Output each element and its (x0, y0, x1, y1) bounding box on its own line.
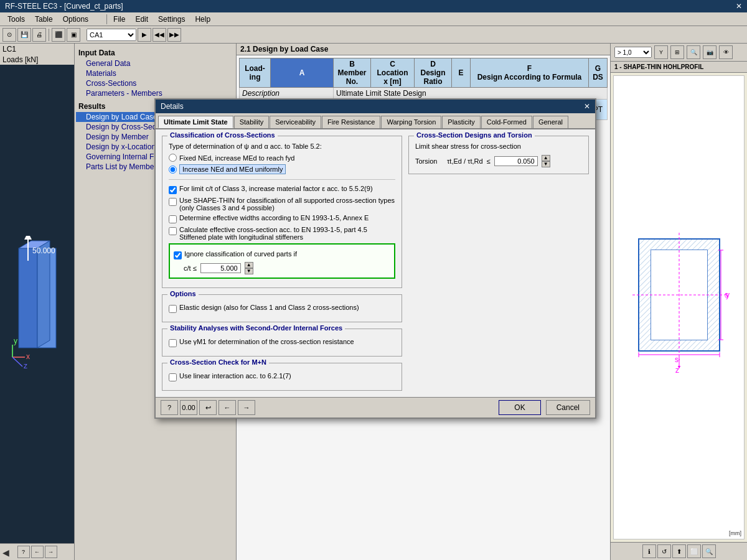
viz-btn-3[interactable]: 🔍 (687, 45, 700, 59)
ct-input[interactable] (200, 263, 241, 273)
ok-button[interactable]: OK (499, 400, 540, 415)
check-shape-thin-input[interactable] (169, 198, 177, 206)
check-limit-ct[interactable]: For limit c/t of Class 3, increase mater… (169, 185, 395, 194)
menu-table[interactable]: Table (30, 14, 58, 25)
toolbar-btn-5[interactable]: ▣ (67, 28, 80, 42)
dialog-fwd-btn[interactable]: → (238, 400, 255, 415)
tab-general[interactable]: General (533, 116, 568, 128)
nav-materials[interactable]: Materials (76, 68, 235, 78)
dialog-zero-btn[interactable]: 0.00 (180, 400, 197, 415)
dialog-close-icon[interactable]: ✕ (584, 102, 590, 111)
dialog-titlebar: Details ✕ (156, 100, 595, 113)
menu-edit[interactable]: Edit (130, 14, 153, 25)
ct-label: c/t ≤ (184, 264, 197, 272)
check-elastic[interactable]: Elastic design (also for Class 1 and Cla… (169, 304, 395, 313)
viz-btn-5[interactable]: 👁 (719, 45, 733, 59)
col-g-header: GDS (589, 58, 608, 88)
check-eff-widths-input[interactable] (169, 215, 177, 223)
viz-export2-btn[interactable]: ⬜ (687, 544, 701, 558)
toolbar-btn-2[interactable]: 💾 (17, 28, 31, 42)
check-ignore-curved-label: Ignore classification of curved parts if (184, 250, 297, 258)
nav-collapse-btn[interactable]: ◀ (2, 548, 9, 558)
tab-stability[interactable]: Stability (234, 116, 270, 128)
dialog-action-buttons: OK Cancel (499, 400, 590, 415)
radio-increase-ned[interactable]: Increase NEd and MEd uniformly (169, 164, 395, 174)
check-limit-ct-input[interactable] (169, 186, 177, 194)
torsion-up-arrow[interactable]: ▲ (542, 155, 550, 161)
viz-btn-4[interactable]: 📷 (703, 45, 716, 59)
menu-help[interactable]: Help (190, 14, 215, 25)
viz-panel: > 1,0 Y ⊞ 🔍 📷 👁 1 - SHAPE-THIN HOHLPROFI… (610, 44, 747, 560)
check-linear-label: Use linear interaction acc. to 6.2.1(7) (179, 372, 291, 380)
toolbar-btn-6[interactable]: ▶ (138, 28, 151, 42)
sidebar-btn-1[interactable]: ? (17, 546, 30, 558)
dialog-back-btn[interactable]: ← (218, 400, 236, 415)
svg-text:x: x (26, 352, 30, 361)
dialog-undo-btn[interactable]: ↩ (199, 400, 217, 415)
title-close-icon[interactable]: ✕ (736, 2, 742, 11)
check-calc-eff-input[interactable] (169, 227, 177, 235)
ca-dropdown[interactable]: CA1 (87, 29, 136, 41)
check-ignore-curved[interactable]: Ignore classification of curved parts if (174, 250, 390, 259)
options-title: Options (167, 290, 199, 297)
viz-btn-1[interactable]: Y (654, 45, 668, 59)
viz-export-btn[interactable]: ⬆ (672, 544, 686, 558)
menu-bar: Tools Table Options File Edit Settings H… (0, 12, 747, 26)
viz-info-btn[interactable]: ℹ (642, 544, 656, 558)
menu-tools[interactable]: Tools (2, 14, 30, 25)
tab-plasticity[interactable]: Plasticity (442, 116, 480, 128)
torsion-label: Torsion (415, 157, 443, 165)
torsion-input[interactable] (494, 156, 538, 166)
nav-parameters-members[interactable]: Parameters - Members (76, 88, 235, 98)
viz-dropdown[interactable]: > 1,0 (614, 47, 652, 58)
check-ignore-curved-input[interactable] (174, 251, 182, 259)
toolbar-btn-3[interactable]: 🖨 (32, 28, 46, 42)
check-linear[interactable]: Use linear interaction acc. to 6.2.1(7) (169, 372, 395, 381)
check-stability-label: Use γM1 for determination of the cross-s… (179, 338, 354, 345)
toolbar-btn-1[interactable]: ⊙ (2, 28, 16, 42)
tab-warping-torsion[interactable]: Warping Torsion (381, 116, 441, 128)
tab-fire-resistance[interactable]: Fire Resistance (322, 116, 380, 128)
cancel-button[interactable]: Cancel (546, 400, 590, 415)
check-stability[interactable]: Use γM1 for determination of the cross-s… (169, 338, 395, 347)
check-elastic-input[interactable] (169, 305, 177, 313)
check-shape-thin[interactable]: Use SHAPE-THIN for classification of all… (169, 197, 395, 212)
toolbar-btn-8[interactable]: ▶▶ (167, 28, 181, 42)
tab-ultimate-limit-state[interactable]: Ultimate Limit State (158, 116, 233, 128)
radio-fixed-ned[interactable]: Fixed NEd, increase MEd to reach fyd (169, 154, 395, 162)
toolbar-btn-7[interactable]: ◀◀ (153, 28, 166, 42)
svg-text:y: y (14, 337, 17, 345)
check-eff-widths[interactable]: Determine effective widths according to … (169, 214, 395, 223)
viz-btn-2[interactable]: ⊞ (670, 45, 684, 59)
torsion-section: Cross-Section Designs and Torsion Limit … (408, 136, 589, 174)
ct-up-arrow[interactable]: ▲ (245, 262, 253, 268)
viz-zoom-btn[interactable]: 🔍 (702, 544, 716, 558)
menu-file[interactable]: File (108, 14, 130, 25)
tab-serviceability[interactable]: Serviceability (270, 116, 321, 128)
check-calc-eff[interactable]: Calculate effective cross-section acc. t… (169, 226, 395, 241)
torsion-spinner[interactable]: ▲ ▼ (542, 155, 550, 167)
ct-down-arrow[interactable]: ▼ (245, 268, 253, 274)
toolbar-btn-4[interactable]: ⬛ (52, 28, 65, 42)
sidebar-btn-2[interactable]: ← (31, 546, 44, 558)
menu-settings[interactable]: Settings (153, 14, 190, 25)
radio-increase-ned-input[interactable] (169, 166, 177, 174)
menu-options[interactable]: Options (58, 14, 93, 25)
col-d-header: DDesignRatio (415, 58, 452, 88)
sidebar-btn-3[interactable]: → (45, 546, 57, 558)
dialog-help-btn[interactable]: ? (161, 400, 178, 415)
check-linear-input[interactable] (169, 373, 177, 381)
tab-cold-formed[interactable]: Cold-Formed (481, 116, 532, 128)
check-shape-thin-label: Use SHAPE-THIN for classification of all… (179, 197, 395, 212)
classification-section: Classification of Cross-Sections Type of… (162, 136, 402, 288)
torsion-down-arrow[interactable]: ▼ (542, 161, 550, 167)
uls-header: Ultimate Limit State Design (334, 88, 608, 100)
check-calc-eff-label: Calculate effective cross-section acc. t… (179, 226, 395, 241)
nav-input-data: Input Data (76, 47, 235, 58)
viz-refresh-btn[interactable]: ↺ (657, 544, 671, 558)
nav-general-data[interactable]: General Data (76, 58, 235, 68)
nav-cross-sections[interactable]: Cross-Sections (76, 78, 235, 88)
ct-spinner[interactable]: ▲ ▼ (245, 262, 253, 274)
check-stability-input[interactable] (169, 339, 177, 347)
radio-fixed-ned-input[interactable] (169, 154, 177, 162)
